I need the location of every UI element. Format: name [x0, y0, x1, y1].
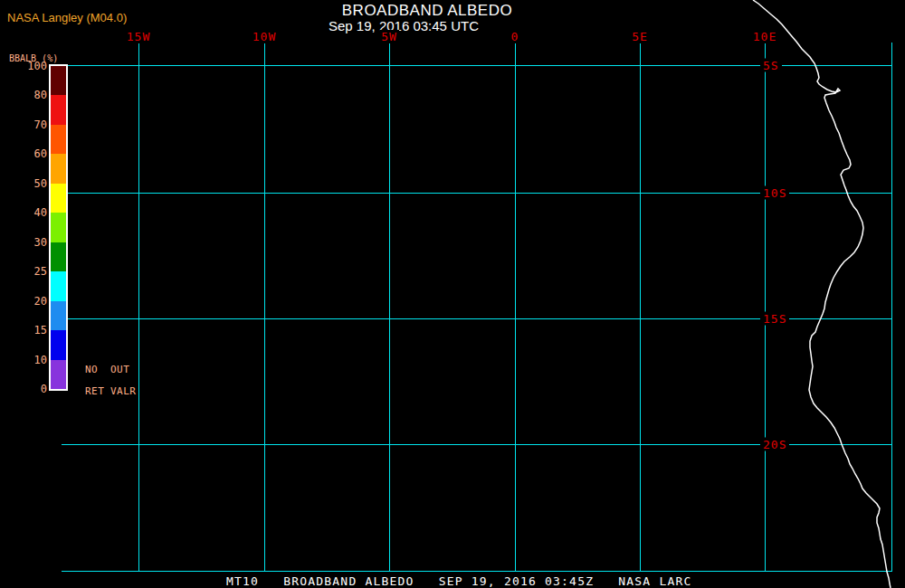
colorbar-segment: [51, 154, 66, 183]
longitude-label: 10W: [251, 30, 278, 43]
colorbar-tick-label: 40: [0, 206, 47, 219]
status-bar-text: MT10 BROADBAND ALBEDO SEP 19, 2016 03:45…: [226, 574, 692, 588]
colorbar-tick-label: 60: [0, 147, 47, 160]
longitude-label: 5W: [379, 30, 399, 43]
colorbar-segment: [51, 242, 66, 271]
latitude-label: 5S: [760, 59, 782, 72]
longitude-label: 15W: [125, 30, 152, 43]
albedo-map-viewer: NASA Langley (M04.0) BROADBAND ALBEDO Se…: [0, 0, 905, 588]
colorbar-tick-label: 10: [0, 354, 47, 366]
colorbar: [49, 64, 68, 391]
colorbar-segment: [51, 213, 66, 242]
colorbar-segment: [51, 125, 66, 154]
longitude-label: 10E: [751, 30, 778, 43]
colorbar-tick-label: 30: [0, 236, 47, 249]
colorbar-segment: [51, 301, 66, 330]
colorbar-segment: [51, 95, 66, 124]
colorbar-segment: [51, 66, 66, 95]
latitude-label: 20S: [760, 438, 789, 451]
colorbar-tick-label: 50: [0, 177, 47, 190]
coastline-map: [0, 0, 905, 588]
colorbar-tick-label: 15: [0, 324, 47, 337]
colorbar-tick-label: 70: [0, 119, 47, 131]
longitude-label: 0: [510, 30, 521, 43]
latitude-label: 15S: [760, 312, 789, 326]
colorbar-title: BBALB (%): [9, 53, 58, 63]
latitude-label: 10S: [760, 186, 789, 200]
flag-ret-label: RET: [85, 385, 104, 397]
flag-valr-label: VALR: [110, 385, 137, 397]
colorbar-tick-label: 0: [0, 383, 47, 395]
colorbar-segment: [51, 271, 66, 300]
coastline-path: [753, 0, 891, 588]
colorbar-tick-label: 20: [0, 295, 47, 308]
colorbar-tick-label: 80: [0, 89, 47, 101]
colorbar-tick-label: 25: [0, 265, 47, 278]
flag-out-label: OUT: [110, 364, 129, 375]
flag-no-label: NO: [85, 364, 98, 375]
colorbar-segment: [51, 360, 66, 389]
colorbar-segment: [51, 330, 66, 359]
colorbar-segment: [51, 184, 66, 213]
longitude-label: 5E: [630, 30, 650, 43]
